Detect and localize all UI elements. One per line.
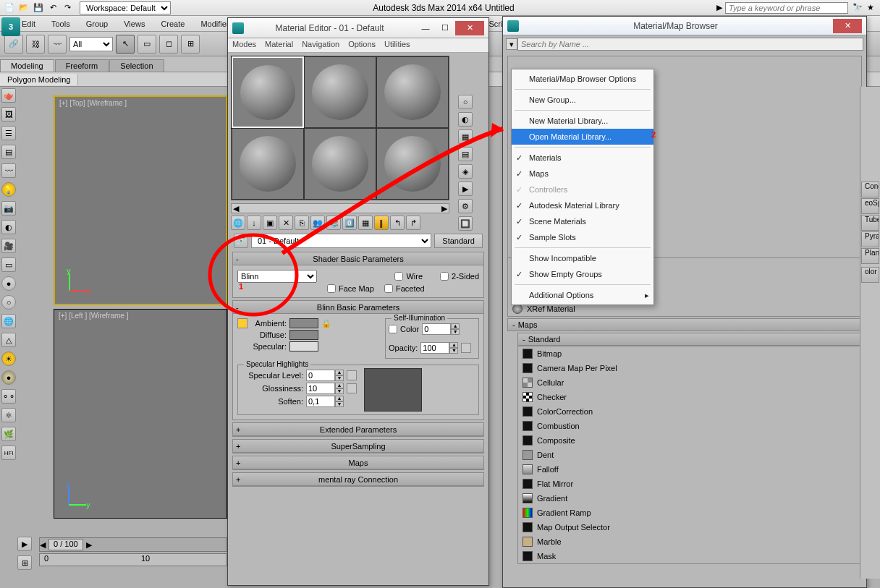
menu-group[interactable]: Group [86, 20, 109, 28]
sample-slot-1[interactable] [232, 56, 304, 128]
save-icon[interactable]: 💾 [32, 1, 45, 14]
sample-uv-icon[interactable]: ▤ [458, 147, 473, 161]
list-icon[interactable]: ☰ [1, 126, 16, 140]
menu-views[interactable]: Views [124, 20, 145, 28]
select-by-name-icon[interactable]: ▭ [138, 35, 156, 54]
light-icon[interactable]: 💡 [1, 182, 16, 197]
sphere3-icon[interactable]: ● [1, 370, 16, 385]
new-file-icon[interactable]: 📄 [3, 1, 16, 14]
close-button[interactable]: ✕ [455, 21, 484, 35]
mmb-search-input[interactable] [517, 38, 863, 51]
sample-slot-6[interactable] [376, 128, 449, 200]
sample-slot-2[interactable] [304, 56, 376, 128]
unlink-icon[interactable]: ⛓ [26, 35, 45, 54]
help-search-input[interactable] [725, 2, 848, 14]
menu-options[interactable]: Options [348, 40, 376, 51]
background-icon[interactable]: ▦ [458, 129, 473, 144]
menu-modes[interactable]: Modes [232, 40, 256, 51]
list-item[interactable]: Flat Mirror [518, 477, 861, 491]
list-item[interactable]: Camera Map Per Pixel [518, 361, 861, 375]
make-unique-icon[interactable]: 👥 [310, 216, 325, 230]
ctx-additional-options[interactable]: Additional Options▸ [512, 287, 653, 303]
list-item[interactable]: Gradient Ramp [518, 506, 861, 520]
menu-material[interactable]: Material [265, 40, 293, 51]
faceted-checkbox[interactable] [384, 284, 393, 293]
select-region-icon[interactable]: ◻ [159, 35, 178, 54]
ctx-show-empty-groups[interactable]: ✓Show Empty Groups [512, 266, 653, 282]
opacity-spinner[interactable] [420, 342, 449, 354]
list-item[interactable]: Marble [518, 534, 861, 549]
soften-spinner[interactable] [306, 396, 335, 407]
reset-icon[interactable]: ✕ [279, 216, 293, 230]
copy-icon[interactable]: ⎘ [295, 216, 309, 230]
windows-icon[interactable]: ⊞ [17, 555, 32, 570]
get-material-icon[interactable]: 🌐 [231, 216, 245, 230]
viewport-left[interactable]: [+] [Left ] [Wireframe ] z y [54, 309, 227, 519]
mmb-options-dropdown-icon[interactable]: ▾ [506, 38, 517, 50]
atom-icon[interactable]: ⚛ [1, 408, 16, 422]
list-item[interactable]: Map Output Selector [518, 520, 861, 534]
workspace-selector[interactable]: Workspace: Default [80, 1, 171, 14]
info-icon[interactable]: ▶ [716, 3, 722, 12]
binoculars-icon[interactable]: 🔭 [851, 1, 864, 14]
list-item[interactable]: Combustion [518, 419, 861, 433]
list-item[interactable]: Gradient [518, 491, 861, 506]
btn-color[interactable]: olor [861, 267, 879, 283]
ctx-open-material-library[interactable]: Open Material Library... [512, 129, 653, 145]
ctx-new-material-library[interactable]: New Material Library... [512, 113, 653, 129]
mmb-maps-header[interactable]: -Maps [507, 318, 862, 331]
menu-edit[interactable]: Edit [22, 20, 35, 28]
select-object-icon[interactable]: ↖ [116, 35, 135, 54]
rollout-extended-header[interactable]: +Extended Parameters [233, 423, 483, 436]
ctx-maps[interactable]: ✓Maps [512, 166, 653, 182]
ctx-autodesk-library[interactable]: ✓Autodesk Material Library [512, 197, 653, 213]
hfl-icon[interactable]: HFl [1, 446, 16, 460]
list-item[interactable]: Falloff [518, 462, 861, 477]
list-item[interactable]: Composite [518, 433, 861, 448]
ctx-show-incompatible[interactable]: Show Incompatible [512, 250, 653, 266]
list-item[interactable]: Bitmap [518, 346, 861, 361]
time-ruler[interactable]: 0 10 [39, 553, 227, 566]
maximize-button[interactable]: ☐ [436, 21, 454, 35]
link-icon[interactable]: 🔗 [4, 35, 23, 54]
spec-map-button[interactable] [347, 370, 357, 380]
viewport-top[interactable]: [+] [Top] [Wireframe ] y x [54, 95, 227, 305]
specular-swatch[interactable] [289, 341, 318, 351]
sample-slot-3[interactable] [376, 56, 449, 128]
glossiness-spinner[interactable] [306, 383, 335, 394]
video-icon[interactable]: 🎥 [1, 239, 16, 253]
sample-scrollbar[interactable]: ◀▶ [231, 203, 449, 213]
sun-icon[interactable]: ☀ [1, 351, 16, 366]
ctx-materials[interactable]: ✓Materials [512, 150, 653, 166]
wire-checkbox[interactable] [394, 272, 403, 281]
backlight-icon[interactable]: ◐ [458, 112, 473, 127]
next-icon[interactable]: ▶ [86, 540, 92, 550]
curve-editor-icon[interactable]: 〰 [1, 163, 16, 178]
face-map-checkbox[interactable] [327, 284, 336, 293]
ctx-new-group[interactable]: New Group... [512, 92, 653, 108]
assign-icon[interactable]: ▣ [263, 216, 277, 230]
rect-icon[interactable]: ▭ [1, 257, 16, 272]
mmb-close-button[interactable]: ✕ [833, 19, 862, 33]
btn-geosphere[interactable]: eoSphere [861, 198, 879, 214]
diffuse-swatch[interactable] [289, 330, 318, 340]
tab-modeling[interactable]: Modeling [0, 59, 54, 72]
layers-icon[interactable]: ▤ [1, 145, 16, 159]
two-sided-checkbox[interactable] [440, 272, 449, 281]
list-item[interactable]: Dent [518, 448, 861, 462]
menu-tools[interactable]: Tools [51, 20, 70, 28]
list-item[interactable]: ColorCorrection [518, 404, 861, 419]
list-item[interactable]: Cellular [518, 375, 861, 390]
rollout-maps-header[interactable]: +Maps [233, 456, 483, 469]
pick-material-icon[interactable]: 💉 [234, 234, 248, 248]
timeline[interactable]: ◀ 0 / 100 ▶ [39, 537, 227, 552]
globe-icon[interactable]: 🌐 [1, 314, 16, 328]
put-to-scene-icon[interactable]: ↓ [247, 216, 261, 230]
go-parent-icon[interactable]: ↰ [390, 216, 405, 230]
mmb-titlebar[interactable]: Material/Map Browser ✕ [503, 17, 866, 35]
spec-level-spinner[interactable] [306, 370, 335, 381]
window-crossing-icon[interactable]: ⊞ [181, 35, 200, 54]
color-checkbox[interactable] [389, 325, 397, 333]
list-item[interactable]: Checker [518, 390, 861, 404]
redo-icon[interactable]: ↷ [61, 1, 74, 14]
